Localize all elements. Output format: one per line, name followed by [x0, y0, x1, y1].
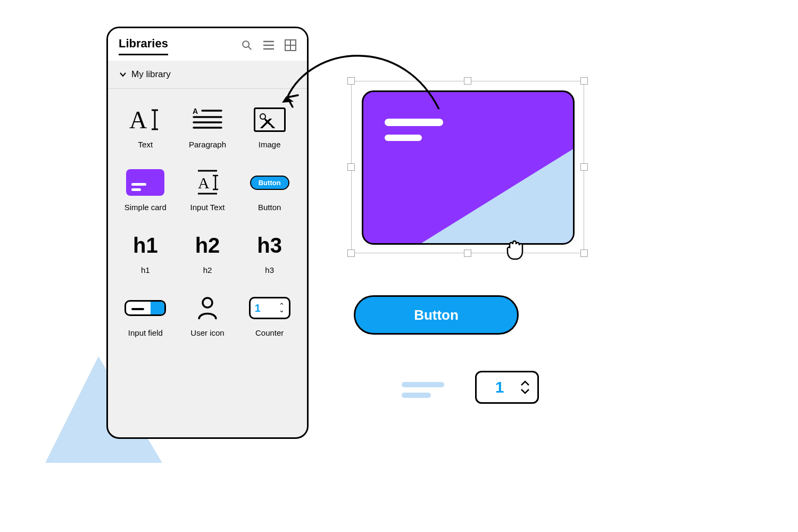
- selection-handle-e[interactable]: [580, 163, 588, 171]
- selection-handle-se[interactable]: [580, 250, 588, 257]
- canvas-simple-card[interactable]: [362, 90, 575, 245]
- grab-cursor-icon: [505, 237, 527, 262]
- component-label: Paragraph: [189, 140, 226, 149]
- counter-value: 1: [484, 378, 515, 396]
- paragraph-icon: A: [193, 105, 222, 135]
- component-label: Input Text: [190, 203, 225, 212]
- component-input-text[interactable]: A Input Text: [177, 168, 239, 212]
- component-label: h2: [203, 265, 212, 275]
- list-view-icon[interactable]: [262, 39, 275, 53]
- canvas-counter[interactable]: 1: [475, 371, 539, 404]
- component-label: Simple card: [124, 203, 167, 212]
- panel-header: Libraries: [108, 28, 307, 61]
- svg-text:A: A: [129, 107, 147, 132]
- canvas-button[interactable]: Button: [354, 295, 519, 335]
- section-my-library[interactable]: My library: [108, 61, 307, 89]
- component-h2[interactable]: h2 h2: [177, 230, 239, 275]
- svg-line-1: [248, 46, 252, 49]
- h1-icon: h1: [133, 230, 158, 260]
- card-text-line: [385, 135, 422, 141]
- component-user-icon[interactable]: User icon: [177, 293, 239, 338]
- input-field-icon: [124, 293, 166, 323]
- counter-icon: 1⌃⌄: [249, 293, 290, 323]
- component-input-field[interactable]: Input field: [114, 293, 177, 338]
- image-icon: [254, 105, 286, 135]
- svg-text:A: A: [198, 174, 210, 192]
- h3-icon: h3: [257, 230, 282, 260]
- component-image[interactable]: Image: [238, 105, 301, 149]
- selection-handle-sw[interactable]: [347, 250, 355, 257]
- selection-handle-s[interactable]: [464, 250, 471, 257]
- h2-icon: h2: [195, 230, 220, 260]
- card-triangle-accent: [420, 148, 574, 244]
- component-text[interactable]: A Text: [114, 105, 177, 149]
- component-grid: A Text A Paragraph Image Simple card A I…: [108, 89, 307, 354]
- user-icon: [197, 293, 218, 323]
- component-h3[interactable]: h3 h3: [238, 230, 301, 275]
- grid-view-icon[interactable]: [285, 39, 296, 53]
- text-icon: A: [128, 105, 162, 135]
- selection-handle-w[interactable]: [347, 163, 355, 171]
- button-pill-icon: Button: [250, 168, 289, 197]
- chevron-down-icon: [120, 70, 126, 79]
- component-label: User icon: [190, 328, 224, 338]
- search-icon[interactable]: [241, 39, 253, 53]
- component-label: h1: [141, 265, 150, 275]
- component-label: Input field: [128, 328, 163, 338]
- svg-point-0: [243, 41, 249, 47]
- component-simple-card[interactable]: Simple card: [114, 168, 177, 212]
- component-label: Text: [138, 140, 153, 149]
- button-label: Button: [414, 307, 459, 323]
- component-h1[interactable]: h1 h1: [114, 230, 177, 275]
- placeholder-lines: [402, 382, 444, 398]
- selection-handle-nw[interactable]: [347, 77, 355, 85]
- chevron-down-icon[interactable]: [520, 388, 530, 394]
- libraries-panel: Libraries My library A Text A Paragr: [106, 27, 309, 439]
- svg-point-17: [203, 298, 212, 307]
- component-paragraph[interactable]: A Paragraph: [177, 105, 239, 149]
- svg-text:A: A: [193, 107, 198, 115]
- counter-stepper[interactable]: [520, 380, 530, 394]
- component-label: Image: [259, 140, 281, 149]
- selection-handle-ne[interactable]: [580, 77, 588, 85]
- component-counter[interactable]: 1⌃⌄ Counter: [238, 293, 301, 338]
- component-label: Button: [258, 203, 281, 212]
- section-label: My library: [131, 69, 171, 80]
- component-button[interactable]: Button Button: [238, 168, 301, 212]
- panel-title[interactable]: Libraries: [119, 37, 168, 55]
- selection-handle-n[interactable]: [464, 77, 471, 85]
- input-text-icon: A: [193, 168, 222, 197]
- component-label: h3: [265, 265, 274, 275]
- simple-card-icon: [126, 168, 164, 197]
- component-label: Counter: [255, 328, 284, 338]
- card-text-line: [385, 119, 443, 126]
- chevron-up-icon[interactable]: [520, 380, 530, 387]
